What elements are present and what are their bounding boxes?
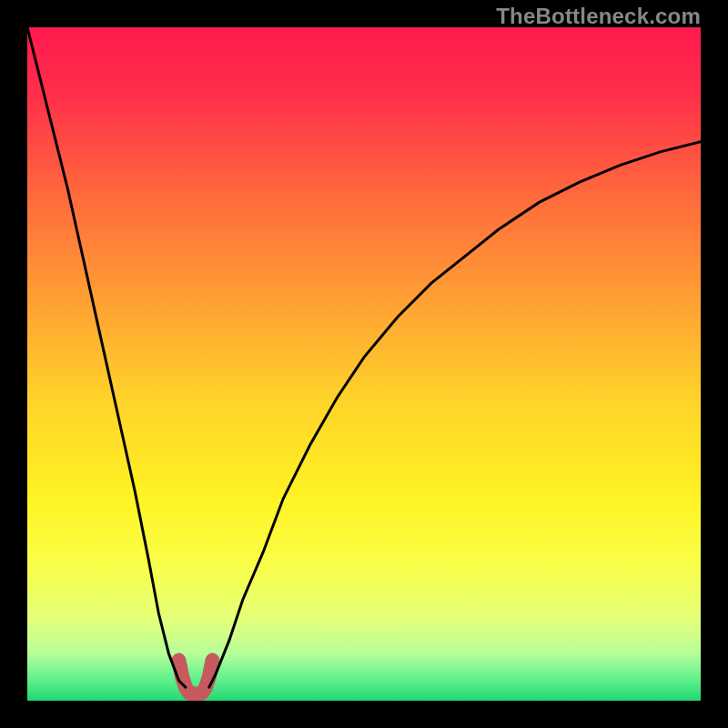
- bottleneck-chart: [27, 27, 701, 701]
- gradient-background: [27, 27, 701, 701]
- watermark-text: TheBottleneck.com: [496, 4, 701, 29]
- chart-frame: [27, 27, 701, 701]
